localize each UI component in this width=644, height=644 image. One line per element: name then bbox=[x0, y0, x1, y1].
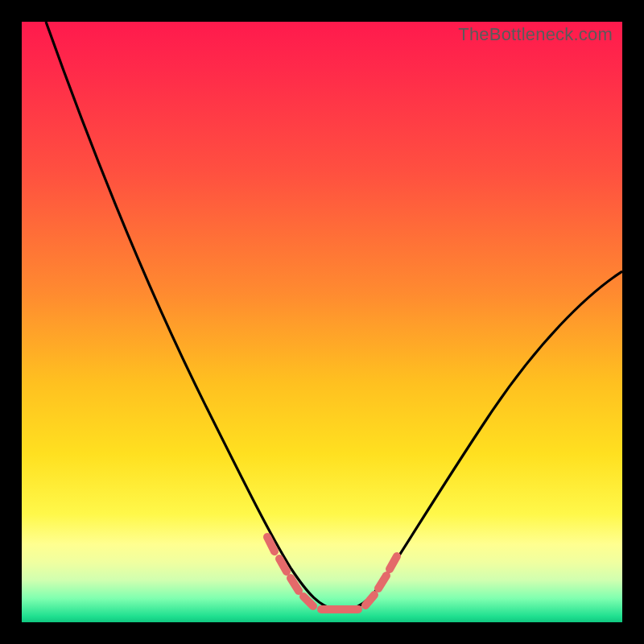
svg-line-7 bbox=[390, 556, 397, 569]
watermark-text: TheBottleneck.com bbox=[458, 24, 613, 45]
chart-plot-area: TheBottleneck.com bbox=[22, 22, 622, 622]
highlight-dashes bbox=[267, 537, 397, 609]
bottleneck-curve bbox=[22, 22, 622, 622]
svg-line-6 bbox=[378, 576, 386, 588]
svg-line-5 bbox=[365, 595, 374, 605]
svg-line-3 bbox=[303, 597, 313, 606]
curve-path bbox=[46, 22, 622, 609]
